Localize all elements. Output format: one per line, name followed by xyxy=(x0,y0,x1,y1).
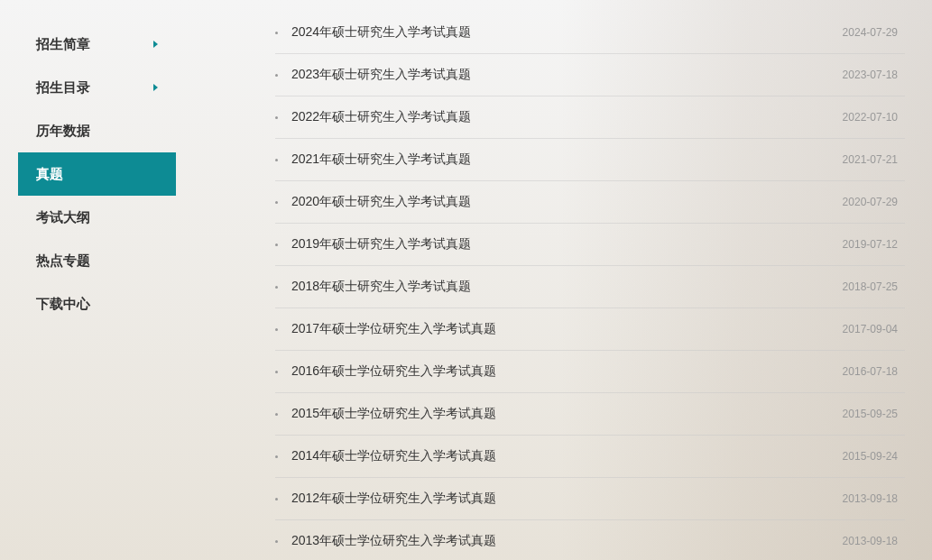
list-item-left: 2019年硕士研究生入学考试真题 xyxy=(275,236,471,252)
sidebar-item-label: 热点专题 xyxy=(36,252,90,270)
content-list: 2024年硕士研究生入学考试真题2024-07-292023年硕士研究生入学考试… xyxy=(275,23,914,560)
list-item-left: 2017年硕士学位研究生入学考试真题 xyxy=(275,321,496,337)
list-item[interactable]: 2016年硕士学位研究生入学考试真题2016-07-18 xyxy=(275,351,905,393)
sidebar-item-6[interactable]: 下载中心 xyxy=(18,282,176,326)
sidebar-item-label: 历年数据 xyxy=(36,123,90,140)
list-item[interactable]: 2018年硕士研究生入学考试真题2018-07-25 xyxy=(275,266,905,308)
list-item-title: 2012年硕士学位研究生入学考试真题 xyxy=(291,491,496,507)
sidebar-nav: 招生简章招生目录历年数据真题考试大纲热点专题下载中心 xyxy=(18,23,176,560)
list-item-left: 2018年硕士研究生入学考试真题 xyxy=(275,279,471,295)
sidebar-item-label: 招生简章 xyxy=(36,36,90,53)
bullet-icon xyxy=(275,328,278,331)
list-item[interactable]: 2023年硕士研究生入学考试真题2023-07-18 xyxy=(275,54,905,96)
bullet-icon xyxy=(275,32,278,34)
list-item-left: 2013年硕士学位研究生入学考试真题 xyxy=(275,533,496,549)
list-item-date: 2020-07-29 xyxy=(843,196,905,208)
sidebar-item-0[interactable]: 招生简章 xyxy=(18,23,176,66)
list-item-title: 2024年硕士研究生入学考试真题 xyxy=(291,24,471,41)
list-item-date: 2016-07-18 xyxy=(843,365,905,378)
list-item-date: 2015-09-24 xyxy=(843,450,905,463)
list-item-left: 2023年硕士研究生入学考试真题 xyxy=(275,67,471,83)
list-item-title: 2023年硕士研究生入学考试真题 xyxy=(291,67,471,83)
list-item-date: 2021-07-21 xyxy=(843,153,905,166)
chevron-right-icon xyxy=(153,84,158,91)
list-item[interactable]: 2021年硕士研究生入学考试真题2021-07-21 xyxy=(275,139,905,181)
chevron-right-icon xyxy=(153,41,158,48)
list-item-title: 2019年硕士研究生入学考试真题 xyxy=(291,236,471,252)
bullet-icon xyxy=(275,243,278,246)
bullet-icon xyxy=(275,413,278,416)
bullet-icon xyxy=(275,74,278,77)
list-item-title: 2013年硕士学位研究生入学考试真题 xyxy=(291,533,496,549)
list-item[interactable]: 2015年硕士学位研究生入学考试真题2015-09-25 xyxy=(275,393,905,436)
sidebar-item-label: 下载中心 xyxy=(36,296,90,313)
bullet-icon xyxy=(275,455,278,458)
sidebar-item-label: 考试大纲 xyxy=(36,209,90,226)
bullet-icon xyxy=(275,371,278,373)
bullet-icon xyxy=(275,498,278,500)
list-item-title: 2014年硕士学位研究生入学考试真题 xyxy=(291,448,496,464)
list-item-title: 2022年硕士研究生入学考试真题 xyxy=(291,109,471,125)
list-item[interactable]: 2019年硕士研究生入学考试真题2019-07-12 xyxy=(275,224,905,266)
list-item[interactable]: 2017年硕士学位研究生入学考试真题2017-09-04 xyxy=(275,308,905,351)
bullet-icon xyxy=(275,116,278,119)
bullet-icon xyxy=(275,201,278,204)
list-item-left: 2015年硕士学位研究生入学考试真题 xyxy=(275,406,496,422)
list-item[interactable]: 2024年硕士研究生入学考试真题2024-07-29 xyxy=(275,12,905,54)
list-item[interactable]: 2022年硕士研究生入学考试真题2022-07-10 xyxy=(275,96,905,139)
sidebar-item-2[interactable]: 历年数据 xyxy=(18,109,176,152)
bullet-icon xyxy=(275,286,278,289)
list-item-title: 2018年硕士研究生入学考试真题 xyxy=(291,279,471,295)
list-item[interactable]: 2012年硕士学位研究生入学考试真题2013-09-18 xyxy=(275,478,905,520)
list-item-date: 2023-07-18 xyxy=(843,69,905,81)
list-item-date: 2013-09-18 xyxy=(843,492,905,505)
list-item-title: 2017年硕士学位研究生入学考试真题 xyxy=(291,321,496,337)
list-item-date: 2022-07-10 xyxy=(843,111,905,124)
list-item-title: 2015年硕士学位研究生入学考试真题 xyxy=(291,406,496,422)
list-item-title: 2021年硕士研究生入学考试真题 xyxy=(291,151,471,168)
list-item-date: 2017-09-04 xyxy=(843,323,905,335)
list-item-left: 2020年硕士研究生入学考试真题 xyxy=(275,194,471,210)
bullet-icon xyxy=(275,540,278,543)
sidebar-item-4[interactable]: 考试大纲 xyxy=(18,196,176,239)
sidebar-item-label: 招生目录 xyxy=(36,79,90,96)
list-item[interactable]: 2014年硕士学位研究生入学考试真题2015-09-24 xyxy=(275,436,905,478)
list-item-left: 2016年硕士学位研究生入学考试真题 xyxy=(275,363,496,380)
list-item[interactable]: 2013年硕士学位研究生入学考试真题2013-09-18 xyxy=(275,520,905,560)
list-item[interactable]: 2020年硕士研究生入学考试真题2020-07-29 xyxy=(275,181,905,224)
list-item-date: 2015-09-25 xyxy=(843,408,905,420)
sidebar-item-label: 真题 xyxy=(36,166,63,183)
list-item-left: 2012年硕士学位研究生入学考试真题 xyxy=(275,491,496,507)
list-item-title: 2016年硕士学位研究生入学考试真题 xyxy=(291,363,496,380)
list-item-left: 2014年硕士学位研究生入学考试真题 xyxy=(275,448,496,464)
list-item-left: 2024年硕士研究生入学考试真题 xyxy=(275,24,471,41)
list-item-date: 2013-09-18 xyxy=(843,535,905,547)
list-item-left: 2021年硕士研究生入学考试真题 xyxy=(275,151,471,168)
sidebar-item-5[interactable]: 热点专题 xyxy=(18,239,176,282)
list-item-date: 2018-07-25 xyxy=(843,280,905,293)
list-item-left: 2022年硕士研究生入学考试真题 xyxy=(275,109,471,125)
list-item-title: 2020年硕士研究生入学考试真题 xyxy=(291,194,471,210)
sidebar-item-3[interactable]: 真题 xyxy=(18,152,176,196)
sidebar-item-1[interactable]: 招生目录 xyxy=(18,66,176,109)
bullet-icon xyxy=(275,159,278,161)
list-item-date: 2024-07-29 xyxy=(843,26,905,39)
list-item-date: 2019-07-12 xyxy=(843,238,905,251)
